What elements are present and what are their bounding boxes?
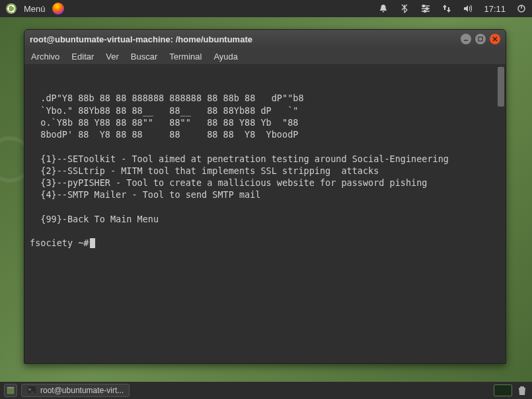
- svg-point-9: [426, 8, 428, 10]
- menu-option-4: {4}--SMTP Mailer - Tool to send SMTP mai…: [30, 189, 261, 200]
- volume-icon[interactable]: [463, 3, 473, 14]
- terminal-menubar: Archivo Editar Ver Buscar Terminal Ayuda: [24, 48, 506, 64]
- menu-editar[interactable]: Editar: [71, 52, 94, 62]
- workspace-switcher[interactable]: [494, 384, 512, 396]
- sliders-icon[interactable]: [420, 3, 431, 14]
- maximize-button[interactable]: [475, 34, 486, 44]
- show-desktop-button[interactable]: [4, 384, 17, 397]
- menu-option-99: {99}-Back To Main Menu: [30, 214, 159, 224]
- desktop: root@ubuntumate-virtual-machine: /home/u…: [0, 17, 532, 382]
- ascii-banner: .dP"Y8 88b 88 88 888888 888888 88 88b 88…: [30, 93, 304, 140]
- cursor: [90, 238, 95, 248]
- terminal-icon: >_: [27, 386, 36, 396]
- network-icon[interactable]: [441, 3, 452, 14]
- svg-point-4: [12, 11, 14, 13]
- trash-icon[interactable]: [517, 385, 528, 396]
- menu-ver[interactable]: Ver: [106, 52, 119, 62]
- menu-ayuda[interactable]: Ayuda: [213, 52, 238, 62]
- menu-terminal[interactable]: Terminal: [169, 52, 202, 62]
- svg-point-2: [7, 8, 9, 10]
- menu-option-1: {1}--SEToolkit - Tool aimed at penetrati…: [30, 154, 449, 164]
- svg-point-3: [12, 5, 14, 7]
- bottom-panel: >_ root@ubuntumate-virt...: [0, 382, 532, 399]
- terminal-body[interactable]: .dP"Y8 88b 88 88 888888 888888 88 88b 88…: [24, 64, 506, 363]
- svg-text:>_: >_: [28, 387, 34, 392]
- menu-option-3: {3}--pyPISHER - Tool to create a mallici…: [30, 177, 427, 188]
- svg-rect-14: [478, 37, 482, 41]
- menu-option-2: {2}--SSLtrip - MITM tool that implements…: [30, 165, 379, 176]
- close-button[interactable]: [490, 34, 500, 44]
- window-title: root@ubuntumate-virtual-machine: /home/u…: [30, 34, 252, 44]
- menu-label[interactable]: Menú: [24, 4, 46, 14]
- prompt: fsociety ~#: [30, 237, 89, 249]
- svg-point-10: [424, 11, 426, 13]
- menu-archivo[interactable]: Archivo: [31, 52, 59, 62]
- terminal-window: root@ubuntumate-virtual-machine: /home/u…: [24, 29, 506, 364]
- firefox-icon[interactable]: [52, 3, 64, 15]
- scrollbar[interactable]: [498, 67, 504, 107]
- clock[interactable]: 17:11: [484, 4, 506, 14]
- ubuntu-mate-icon[interactable]: [5, 3, 17, 15]
- minimize-button[interactable]: [461, 34, 471, 44]
- svg-point-8: [423, 5, 425, 7]
- bluetooth-icon[interactable]: [399, 3, 410, 14]
- power-icon[interactable]: [516, 3, 527, 14]
- notifications-icon[interactable]: [378, 3, 389, 14]
- taskbar-item-label: root@ubuntumate-virt...: [40, 386, 124, 395]
- window-titlebar[interactable]: root@ubuntumate-virtual-machine: /home/u…: [24, 30, 506, 48]
- top-panel: Menú 17:11: [0, 0, 532, 17]
- menu-buscar[interactable]: Buscar: [131, 52, 157, 62]
- svg-rect-18: [7, 387, 14, 388]
- taskbar-item-terminal[interactable]: >_ root@ubuntumate-virt...: [21, 384, 130, 397]
